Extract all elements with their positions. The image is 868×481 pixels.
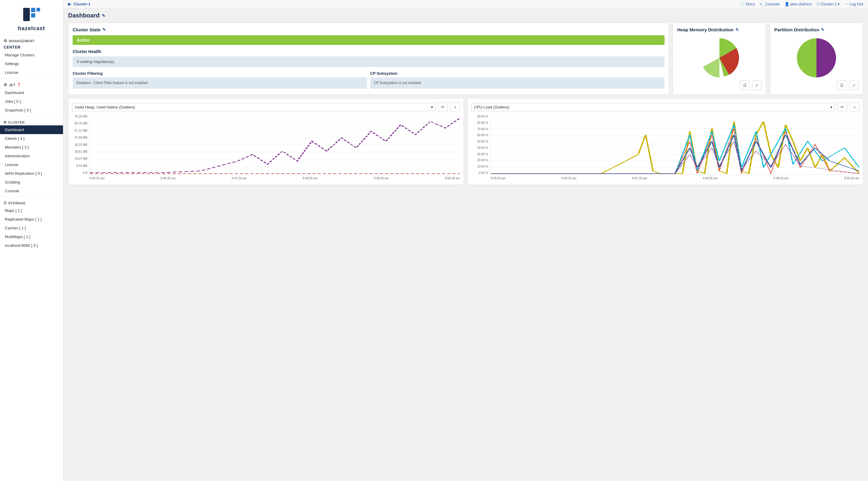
- heap-chart-header: Used Heap, Used Native (Outliers) ▾ ✏ +: [72, 102, 460, 112]
- cpu-chart-area: 90.00 % 80.00 % 70.00 % 60.00 % 50.00 % …: [471, 115, 859, 181]
- logout-link[interactable]: → Log Out: [844, 2, 863, 6]
- partition-pie-container: [794, 35, 839, 81]
- topbar-left: ▶ Cluster-1: [68, 2, 90, 6]
- cluster-state-panel: Cluster State ✎ Active Cluster Health 0 …: [68, 23, 669, 95]
- partition-dist-edit-icon[interactable]: ✎: [821, 27, 824, 32]
- storage-list-icon: ☰: [4, 201, 7, 205]
- cpu-chart-chevron: ▾: [830, 105, 832, 109]
- sidebar-item-wan-replication[interactable]: WAN Replication [ 0 ]: [0, 169, 63, 178]
- partition-dist-panel: Partition Distribution ✎ ☰ ⤢: [770, 23, 863, 95]
- jet-help-icon[interactable]: ❓: [17, 83, 22, 87]
- sidebar-item-jobs[interactable]: Jobs [ 0 ]: [0, 97, 63, 106]
- sidebar-item-cluster-license[interactable]: License: [0, 160, 63, 169]
- cpu-chart-header: CPU Load (Outliers) ▾ ✏ +: [471, 102, 859, 112]
- heap-memory-title: Heap Memory Distribution ✎: [677, 27, 739, 32]
- svg-rect-0: [23, 8, 30, 21]
- sidebar-item-snapshots[interactable]: Snapshots [ 0 ]: [0, 106, 63, 115]
- sidebar-item-maps[interactable]: Maps [ 1 ]: [0, 206, 63, 215]
- cpu-y-labels: 90.00 % 80.00 % 70.00 % 60.00 % 50.00 % …: [471, 115, 490, 174]
- sidebar: hazelcast ⚙ MANAGEMENT CENTER Manage Clu…: [0, 0, 63, 481]
- cpu-chart-select[interactable]: CPU Load (Outliers) ▾: [471, 103, 835, 111]
- sidebar-item-settings[interactable]: Settings: [0, 59, 63, 68]
- docs-icon: 📄: [740, 2, 745, 6]
- cpu-chart-panel: CPU Load (Outliers) ▾ ✏ + 90.00 % 80.00 …: [467, 98, 863, 185]
- cp-subsystem-message: CP Subsystem is not enabled: [370, 77, 664, 89]
- topbar-cluster-name[interactable]: Cluster-1: [73, 2, 90, 6]
- top-row: Cluster State ✎ Active Cluster Health 0 …: [68, 23, 863, 95]
- heap-list-button[interactable]: ☰: [740, 81, 749, 90]
- svg-rect-1: [31, 8, 35, 12]
- heap-chart-chevron: ▾: [431, 105, 433, 109]
- svg-rect-3: [36, 8, 40, 11]
- cluster-health-box: 0 waiting migration(s).: [73, 56, 664, 67]
- cluster-state-bar: Active: [73, 35, 664, 45]
- gear-icon: ⚙: [4, 39, 7, 43]
- jet-icon: ⚙: [4, 83, 7, 87]
- cp-subsystem-title: CP Subsystem: [370, 71, 664, 76]
- cpu-chart-plot: [491, 115, 859, 174]
- heap-chart-area: 76.29 MB 66.76 MB 57.22 MB 47.68 MB 38.1…: [72, 115, 460, 181]
- cpu-chart-edit-button[interactable]: ✏: [838, 102, 847, 112]
- sidebar-item-replicated-maps[interactable]: Replicated Maps [ 1 ]: [0, 215, 63, 224]
- partition-pie-controls: ☰ ⤢: [837, 81, 859, 90]
- user-icon: 👤: [784, 2, 789, 6]
- heap-fullscreen-button[interactable]: ⤢: [752, 81, 762, 90]
- main-content: ▶ Cluster-1 📄 Docs >_ Console 👤 alex-duk…: [63, 0, 868, 481]
- cpu-x-labels: 9:45:26 am 9:46:26 am 9:47:26 am 9:48:26…: [491, 175, 859, 181]
- topbar-right: 📄 Docs >_ Console 👤 alex-dukhno ⬡ Cluste…: [740, 2, 863, 6]
- cluster-state-title: Cluster State ✎: [73, 27, 664, 32]
- page-title-edit-icon[interactable]: ✎: [102, 13, 105, 18]
- sidebar-item-localhost[interactable]: localhost:8080 [ 0 ]: [0, 241, 63, 250]
- sidebar-item-members[interactable]: Members [ 3 ]: [0, 143, 63, 152]
- management-header: ⚙ MANAGEMENT: [0, 36, 63, 44]
- heap-pie-chart: [697, 35, 742, 81]
- heap-chart-edit-button[interactable]: ✏: [438, 102, 448, 112]
- partition-pie-chart: [794, 35, 839, 81]
- sidebar-item-multimaps[interactable]: MultiMaps [ 1 ]: [0, 232, 63, 241]
- docs-link[interactable]: 📄 Docs: [740, 2, 755, 6]
- cluster-selector[interactable]: ⬡ Cluster-1 ▾: [816, 2, 840, 6]
- cluster-filtering-title: Cluster Filtering: [73, 71, 367, 76]
- logo-icon: [23, 5, 41, 24]
- cluster-grid-icon: ⊞: [4, 120, 7, 124]
- heap-chart-add-button[interactable]: +: [450, 102, 460, 112]
- cpu-chart-add-button[interactable]: +: [849, 102, 859, 112]
- logout-icon: →: [844, 2, 848, 6]
- cluster-health-title: Cluster Health: [73, 49, 664, 54]
- sidebar-item-console[interactable]: Console: [0, 187, 63, 195]
- sidebar-item-administration[interactable]: Administration: [0, 152, 63, 160]
- sidebar-item-caches[interactable]: Caches [ 1 ]: [0, 224, 63, 232]
- logo-area: hazelcast: [0, 0, 63, 36]
- console-link[interactable]: >_ Console: [760, 2, 780, 6]
- sidebar-item-jet-dashboard[interactable]: Dashboard: [0, 88, 63, 97]
- console-icon: >_: [760, 2, 765, 6]
- heap-pie-container: [697, 35, 742, 81]
- cluster-arrow-icon: ▶: [68, 2, 71, 6]
- svg-rect-2: [31, 13, 35, 18]
- heap-chart-plot: [90, 115, 460, 174]
- user-info: 👤 alex-dukhno: [784, 2, 812, 6]
- heap-x-labels: 9:45:26 am 9:46:26 am 9:47:26 am 9:48:26…: [90, 175, 460, 181]
- cluster-selector-icon: ⬡: [816, 2, 820, 6]
- sidebar-item-clients[interactable]: Clients [ 4 ]: [0, 134, 63, 143]
- jet-header: ⚙ JET ❓: [0, 79, 63, 88]
- page-title: Dashboard ✎: [68, 12, 863, 19]
- cluster-filtering-col: Cluster Filtering Disabled - Client Filt…: [73, 71, 367, 89]
- heap-memory-edit-icon[interactable]: ✎: [735, 27, 739, 32]
- sidebar-item-manage-clusters[interactable]: Manage Clusters: [0, 51, 63, 59]
- partition-fullscreen-button[interactable]: ⤢: [849, 81, 859, 90]
- partition-list-button[interactable]: ☰: [837, 81, 846, 90]
- cp-subsystem-col: CP Subsystem CP Subsystem is not enabled: [370, 71, 664, 89]
- heap-chart-select[interactable]: Used Heap, Used Native (Outliers) ▾: [72, 103, 436, 111]
- heap-y-labels: 76.29 MB 66.76 MB 57.22 MB 47.68 MB 38.1…: [72, 115, 89, 174]
- sidebar-item-scripting[interactable]: Scripting: [0, 178, 63, 187]
- storage-header: ☰ STORAGE: [0, 198, 63, 206]
- sidebar-item-license-center[interactable]: License: [0, 68, 63, 77]
- heap-chart-panel: Used Heap, Used Native (Outliers) ▾ ✏ + …: [68, 98, 464, 185]
- cpu-chart-svg: [491, 115, 859, 174]
- cluster-state-edit-icon[interactable]: ✎: [102, 27, 106, 32]
- cluster-filtering-message: Disabled - Client Filter feature is not …: [73, 77, 367, 89]
- sidebar-item-cluster-dashboard[interactable]: Dashboard: [0, 125, 63, 134]
- topbar: ▶ Cluster-1 📄 Docs >_ Console 👤 alex-duk…: [63, 0, 868, 8]
- center-header: CENTER: [0, 44, 63, 51]
